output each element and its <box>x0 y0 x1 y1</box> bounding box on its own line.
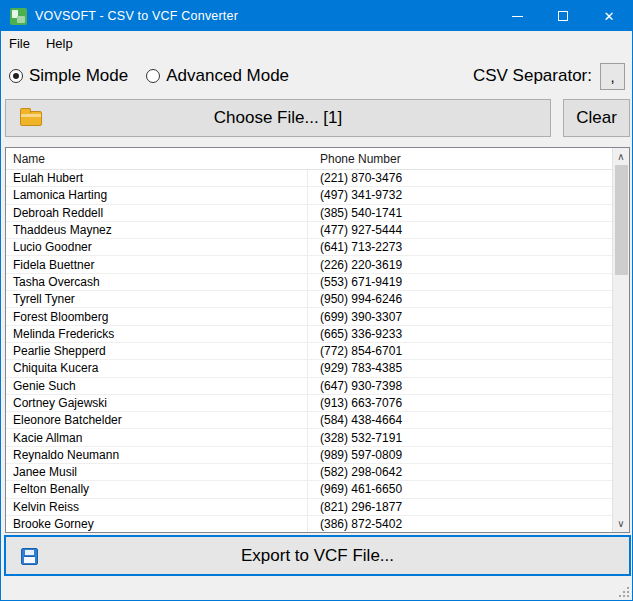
scrollbar-thumb[interactable] <box>615 165 628 275</box>
table-row[interactable]: Forest Bloomberg (699) 390-3307 <box>6 308 629 325</box>
table-row[interactable]: Kacie Allman (328) 532-7191 <box>6 429 629 446</box>
cell-name: Kelvin Reiss <box>6 500 307 514</box>
radio-advanced-icon <box>146 69 160 83</box>
radio-simple-mode[interactable]: Simple Mode <box>9 66 128 86</box>
app-logo-icon <box>10 8 27 25</box>
radio-advanced-label: Advanced Mode <box>166 66 289 86</box>
cell-name: Eulah Hubert <box>6 171 307 185</box>
menu-help[interactable]: Help <box>38 32 81 55</box>
table-row[interactable]: Eleonore Batchelder (584) 438-4664 <box>6 412 629 429</box>
contacts-table: Name Phone Number Eulah Hubert (221) 870… <box>5 147 630 533</box>
cell-phone: (913) 663-7076 <box>307 396 402 410</box>
cell-name: Tasha Overcash <box>6 275 307 289</box>
cell-name: Cortney Gajewski <box>6 396 307 410</box>
cell-phone: (221) 870-3476 <box>307 171 402 185</box>
cell-phone: (665) 336-9233 <box>307 327 402 341</box>
caption-buttons: ✕ <box>494 1 632 31</box>
cell-phone: (699) 390-3307 <box>307 310 402 324</box>
cell-phone: (584) 438-4664 <box>307 413 402 427</box>
table-row[interactable]: Melinda Fredericks (665) 336-9233 <box>6 326 629 343</box>
cell-phone: (477) 927-5444 <box>307 223 402 237</box>
clear-button[interactable]: Clear <box>563 99 630 137</box>
cell-phone: (969) 461-6650 <box>307 482 402 496</box>
table-header: Name Phone Number <box>6 148 629 170</box>
cell-name: Lamonica Harting <box>6 188 307 202</box>
table-row[interactable]: Reynaldo Neumann (989) 597-0809 <box>6 447 629 464</box>
folder-icon <box>20 111 42 126</box>
cell-name: Fidela Buettner <box>6 258 307 272</box>
cell-phone: (582) 298-0642 <box>307 465 402 479</box>
statusbar <box>1 576 632 600</box>
cell-phone: (989) 597-0809 <box>307 448 402 462</box>
cell-name: Kacie Allman <box>6 431 307 445</box>
table-body: Eulah Hubert (221) 870-3476 Lamonica Har… <box>6 170 629 533</box>
cell-name: Debroah Reddell <box>6 206 307 220</box>
cell-name: Pearlie Shepperd <box>6 344 307 358</box>
table-row[interactable]: Lamonica Harting (497) 341-9732 <box>6 187 629 204</box>
minimize-icon <box>512 16 523 17</box>
radio-simple-icon <box>9 69 23 83</box>
table-row[interactable]: Eulah Hubert (221) 870-3476 <box>6 170 629 187</box>
table-row[interactable]: Debroah Reddell (385) 540-1741 <box>6 205 629 222</box>
resize-grip[interactable] <box>619 587 629 597</box>
csv-separator-input[interactable]: , <box>600 63 625 90</box>
table-row[interactable]: Cortney Gajewski (913) 663-7076 <box>6 395 629 412</box>
window-title: VOVSOFT - CSV to VCF Converter <box>35 9 238 23</box>
scroll-up-icon[interactable]: ∧ <box>613 148 630 165</box>
cell-name: Felton Benally <box>6 482 307 496</box>
maximize-button[interactable] <box>540 1 586 31</box>
table-row[interactable]: Genie Such (647) 930-7398 <box>6 378 629 395</box>
export-vcf-label: Export to VCF File... <box>241 546 394 566</box>
cell-name: Janee Musil <box>6 465 307 479</box>
maximize-icon <box>558 11 568 21</box>
scroll-down-icon[interactable]: ∨ <box>613 515 630 532</box>
cell-name: Thaddeus Maynez <box>6 223 307 237</box>
cell-name: Lucio Goodner <box>6 240 307 254</box>
cell-phone: (328) 532-7191 <box>307 431 402 445</box>
cell-phone: (226) 220-3619 <box>307 258 402 272</box>
cell-phone: (497) 341-9732 <box>307 188 402 202</box>
menu-file[interactable]: File <box>1 32 38 55</box>
cell-phone: (553) 671-9419 <box>307 275 402 289</box>
cell-phone: (772) 854-6701 <box>307 344 402 358</box>
table-row[interactable]: Chiquita Kucera (929) 783-4385 <box>6 360 629 377</box>
table-row[interactable]: Tyrell Tyner (950) 994-6246 <box>6 291 629 308</box>
cell-phone: (821) 296-1877 <box>307 500 402 514</box>
cell-name: Genie Such <box>6 379 307 393</box>
table-row[interactable]: Fidela Buettner (226) 220-3619 <box>6 256 629 273</box>
titlebar: VOVSOFT - CSV to VCF Converter ✕ <box>1 1 632 31</box>
export-vcf-button[interactable]: Export to VCF File... <box>4 535 631 576</box>
csv-separator-area: CSV Separator: , <box>473 63 625 90</box>
close-button[interactable]: ✕ <box>586 1 632 31</box>
mode-row: Simple Mode Advanced Mode CSV Separator:… <box>1 56 632 96</box>
cell-phone: (647) 930-7398 <box>307 379 402 393</box>
radio-advanced-mode[interactable]: Advanced Mode <box>146 66 289 86</box>
choose-file-label: Choose File... [1] <box>214 108 343 128</box>
column-header-phone[interactable]: Phone Number <box>307 152 401 166</box>
menubar: File Help <box>1 31 632 56</box>
cell-name: Reynaldo Neumann <box>6 448 307 462</box>
radio-simple-label: Simple Mode <box>29 66 128 86</box>
save-icon <box>21 548 38 565</box>
cell-phone: (641) 713-2273 <box>307 240 402 254</box>
table-row[interactable]: Tasha Overcash (553) 671-9419 <box>6 274 629 291</box>
table-row[interactable]: Brooke Gorney (386) 872-5402 <box>6 516 629 533</box>
minimize-button[interactable] <box>494 1 540 31</box>
cell-name: Forest Bloomberg <box>6 310 307 324</box>
cell-name: Brooke Gorney <box>6 517 307 531</box>
cell-phone: (929) 783-4385 <box>307 361 402 375</box>
table-row[interactable]: Janee Musil (582) 298-0642 <box>6 464 629 481</box>
choose-file-button[interactable]: Choose File... [1] <box>5 99 551 137</box>
vertical-scrollbar[interactable]: ∧ ∨ <box>612 148 629 532</box>
cell-name: Melinda Fredericks <box>6 327 307 341</box>
app-window: VOVSOFT - CSV to VCF Converter ✕ File He… <box>0 0 633 601</box>
table-row[interactable]: Thaddeus Maynez (477) 927-5444 <box>6 222 629 239</box>
table-row[interactable]: Felton Benally (969) 461-6650 <box>6 481 629 498</box>
table-row[interactable]: Pearlie Shepperd (772) 854-6701 <box>6 343 629 360</box>
column-header-name[interactable]: Name <box>6 152 307 166</box>
table-row[interactable]: Lucio Goodner (641) 713-2273 <box>6 239 629 256</box>
cell-name: Eleonore Batchelder <box>6 413 307 427</box>
cell-phone: (950) 994-6246 <box>307 292 402 306</box>
table-row[interactable]: Kelvin Reiss (821) 296-1877 <box>6 499 629 516</box>
cell-phone: (386) 872-5402 <box>307 517 402 531</box>
